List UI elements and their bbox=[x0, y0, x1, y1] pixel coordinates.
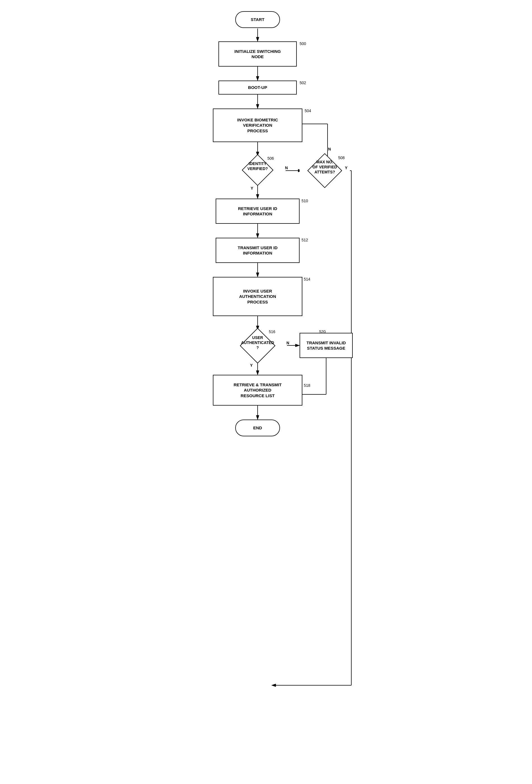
node-516: USER AUTHENTICATED ? bbox=[228, 330, 287, 361]
svg-marker-28 bbox=[256, 371, 259, 375]
node-502: BOOT-UP bbox=[219, 81, 297, 94]
ref-502: 502 bbox=[300, 81, 306, 85]
label-508-n: N bbox=[328, 147, 331, 151]
flowchart-container: START INITIALIZE SWITCHING NODE 500 BOOT… bbox=[171, 6, 361, 733]
node-508: MAX NO. OF VERIFIED ATTEMTS? bbox=[300, 156, 350, 185]
svg-marker-5 bbox=[256, 104, 259, 109]
ref-520: 520 bbox=[319, 330, 326, 334]
svg-marker-26 bbox=[296, 344, 300, 347]
node-520: TRANSMIT INVALID STATUS MESSAGE bbox=[300, 333, 353, 358]
ref-504: 504 bbox=[305, 109, 311, 113]
svg-marker-20 bbox=[256, 233, 259, 238]
svg-marker-18 bbox=[256, 194, 259, 199]
node-500-label: INITIALIZE SWITCHING NODE bbox=[234, 49, 281, 60]
svg-marker-1 bbox=[256, 37, 259, 41]
label-506-n: N bbox=[285, 166, 288, 170]
node-518: RETRIEVE & TRANSMIT AUTHORIZED RESOURCE … bbox=[213, 375, 302, 405]
ref-510: 510 bbox=[302, 199, 308, 203]
label-516-n: N bbox=[286, 341, 289, 345]
start-label: START bbox=[251, 17, 264, 22]
ref-518: 518 bbox=[304, 383, 310, 388]
node-514-label: INVOKE USER AUTHENTICATION PROCESS bbox=[239, 288, 276, 305]
ref-516: 516 bbox=[269, 330, 275, 334]
node-508-label: MAX NO. OF VERIFIED ATTEMTS? bbox=[312, 160, 337, 174]
ref-512: 512 bbox=[302, 238, 308, 242]
end-label: END bbox=[253, 425, 262, 431]
node-514: INVOKE USER AUTHENTICATION PROCESS bbox=[213, 277, 302, 316]
node-516-label: USER AUTHENTICATED ? bbox=[241, 335, 274, 350]
node-512-label: TRANSMIT USER ID INFORMATION bbox=[238, 245, 278, 256]
end-terminal: END bbox=[235, 420, 280, 436]
node-510-label: RETRIEVE USER ID INFORMATION bbox=[238, 206, 277, 217]
node-510: RETRIEVE USER ID INFORMATION bbox=[216, 199, 300, 224]
node-504-label: INVOKE BIOMETRIC VERIFICATION PROCESS bbox=[237, 117, 278, 134]
svg-marker-16 bbox=[272, 684, 276, 687]
label-506-y: Y bbox=[251, 186, 253, 191]
node-506: IDENTITY VERIFIED? bbox=[230, 156, 286, 184]
node-512: TRANSMIT USER ID INFORMATION bbox=[216, 238, 300, 263]
svg-marker-3 bbox=[256, 76, 259, 81]
svg-marker-30 bbox=[256, 415, 259, 420]
node-506-label: IDENTITY VERIFIED? bbox=[247, 161, 268, 171]
svg-marker-22 bbox=[256, 273, 259, 277]
ref-514: 514 bbox=[304, 277, 310, 281]
ref-500: 500 bbox=[300, 41, 306, 46]
node-500: INITIALIZE SWITCHING NODE bbox=[219, 41, 297, 66]
node-518-label: RETRIEVE & TRANSMIT AUTHORIZED RESOURCE … bbox=[233, 382, 282, 398]
node-504: INVOKE BIOMETRIC VERIFICATION PROCESS bbox=[213, 109, 302, 142]
node-520-label: TRANSMIT INVALID STATUS MESSAGE bbox=[307, 340, 346, 351]
start-terminal: START bbox=[235, 11, 280, 28]
label-516-y: Y bbox=[250, 363, 253, 367]
ref-506: 506 bbox=[268, 156, 274, 161]
node-502-label: BOOT-UP bbox=[248, 85, 267, 90]
